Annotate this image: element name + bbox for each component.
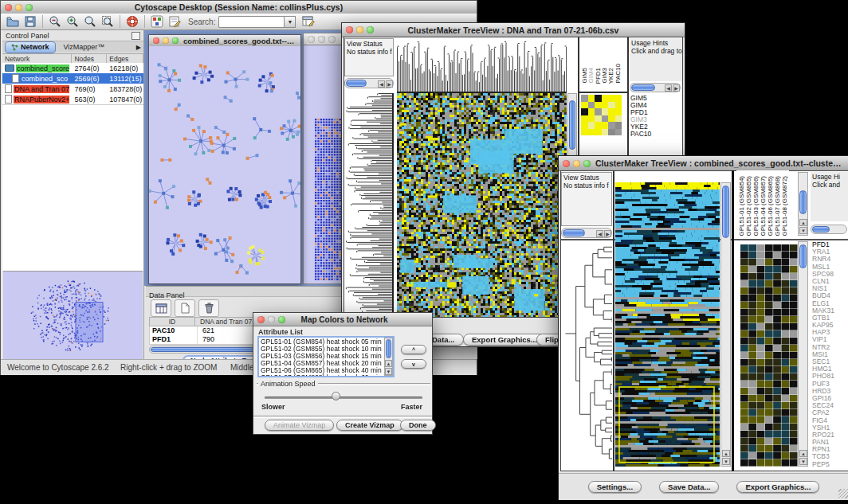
dense-network-view[interactable] <box>313 117 344 283</box>
matrix-cell <box>588 108 595 115</box>
network-list-empty-area <box>2 104 143 271</box>
matrix-cell <box>608 129 615 136</box>
gene-name[interactable]: MON2 <box>812 468 848 469</box>
map-colors-titlebar[interactable]: Map Colors to Network <box>253 313 432 326</box>
save-session-button[interactable] <box>22 14 39 29</box>
animation-slider-thumb[interactable] <box>332 392 340 400</box>
close-button[interactable] <box>346 26 353 33</box>
table-edit-icon[interactable] <box>300 14 317 29</box>
matrix-cell <box>581 102 588 109</box>
treeview-combined-window: ClusterMaker TreeView : combined_scores_… <box>558 155 848 500</box>
matrix-cell <box>595 129 602 136</box>
heatmap-vscrollbar[interactable]: ▲ ▼ <box>720 182 731 467</box>
treeview-action-button[interactable]: Export Graphics... <box>736 481 819 493</box>
zoom-button[interactable] <box>26 4 33 11</box>
resize-grip[interactable] <box>838 489 848 498</box>
treeview-action-button[interactable]: Settings... <box>588 481 642 493</box>
gene-list-scrollbar[interactable]: ▲ ▼ <box>798 241 808 467</box>
birdseye-view[interactable] <box>3 271 143 359</box>
minimize-button[interactable] <box>15 4 22 11</box>
vizmapper-icon[interactable] <box>148 14 166 29</box>
usage-hints-scrollbar[interactable]: ◀ ▶ <box>630 83 681 92</box>
move-up-button[interactable]: ^ <box>401 345 426 354</box>
treeview-dna-titlebar[interactable]: ClusterMaker TreeView : DNA and Tran 07-… <box>342 23 685 37</box>
close-button[interactable] <box>308 36 315 43</box>
minimize-button[interactable] <box>163 37 169 44</box>
attribute-select-icon[interactable] <box>151 299 171 317</box>
minimize-button[interactable] <box>268 316 275 323</box>
new-attribute-icon[interactable] <box>175 299 195 317</box>
attribute-item[interactable]: GPL51-07 (GSM868) heat shock 60 min <box>259 374 393 377</box>
row-dendrogram[interactable] <box>344 93 394 317</box>
network-row-dna-tran[interactable]: DNA and Tran 07 769(0) 183728(0) <box>2 84 143 94</box>
treeview-action-button[interactable]: Save Data... <box>659 481 719 493</box>
matrix-cell <box>615 108 622 115</box>
network-view-titlebar[interactable]: combined_scores_good.txt--cluste... <box>149 35 300 47</box>
treeview-dna-title: ClusterMaker TreeView : DNA and Tran 07-… <box>374 25 653 35</box>
heatmap-main[interactable] <box>397 93 567 317</box>
column-dendrogram[interactable] <box>397 38 567 93</box>
help-lifering-icon[interactable] <box>124 14 141 29</box>
zoom-button[interactable] <box>328 36 336 43</box>
tab-vizmapper[interactable]: VizMapper™ <box>56 43 113 51</box>
zoom-fit-icon[interactable] <box>99 14 116 29</box>
condition-column-label: GPL51-02 (GSM855) <box>745 176 752 236</box>
status-zoom-hint: Right-click + drag to ZOOM <box>120 360 217 376</box>
tab-network[interactable]: Network <box>5 41 56 53</box>
view-status-scrollbar[interactable]: ◀ ▶ <box>561 228 612 238</box>
create-vizmap-button[interactable]: Create Vizmap <box>336 420 403 431</box>
tab-overflow-arrow[interactable]: ▶ <box>136 44 141 51</box>
network-canvas[interactable] <box>149 46 300 283</box>
zoom-selected-icon[interactable] <box>81 14 99 29</box>
network-view-window[interactable]: combined_scores_good.txt--cluste... <box>148 34 301 284</box>
treeview-combined-titlebar[interactable]: ClusterMaker TreeView : combined_scores_… <box>559 156 848 171</box>
move-down-button[interactable]: v <box>401 359 426 369</box>
annotation-icon[interactable] <box>166 14 183 29</box>
zoom-in-icon[interactable] <box>64 14 81 29</box>
search-dropdown-button[interactable]: ▼ <box>284 16 296 28</box>
view-status-scrollbar[interactable]: ◀ ▶ <box>344 78 394 88</box>
close-button[interactable] <box>563 160 570 167</box>
zoom-button[interactable] <box>172 37 179 44</box>
animate-vizmap-button[interactable]: Animate Vizmap <box>265 420 334 431</box>
toolbar-separator <box>144 15 145 28</box>
network-row-combined-sco-selected[interactable]: combined_sco 2569(6) 13112(15) <box>2 73 143 84</box>
id-column-header[interactable]: ID <box>150 318 195 326</box>
zoom-button[interactable] <box>367 26 374 33</box>
heatmap-zoomed[interactable] <box>740 244 798 467</box>
close-button[interactable] <box>5 4 12 11</box>
zoom-button[interactable] <box>278 316 285 323</box>
similarity-matrix[interactable] <box>581 95 622 135</box>
float-panel-icon[interactable] <box>132 32 140 40</box>
heatmap-main[interactable] <box>615 182 720 467</box>
network-row-combined-scores[interactable]: combined_scores 2764(0) 16218(0) <box>2 63 143 73</box>
delete-attribute-icon[interactable] <box>198 299 219 317</box>
network-row-rnapuber[interactable]: RNAPuberNov2+ 563(0) 107847(0) <box>2 94 143 104</box>
close-button[interactable] <box>257 316 265 323</box>
attribute-list-scrollbar[interactable]: ▲ ▼ <box>384 338 393 376</box>
network-view-title: combined_scores_good.txt--cluste... <box>179 37 300 45</box>
close-button[interactable] <box>153 37 159 44</box>
matrix-cell <box>608 95 615 102</box>
done-button[interactable]: Done <box>400 420 436 431</box>
animation-slider-track[interactable] <box>265 397 422 399</box>
cytoscape-titlebar[interactable]: Cytoscape Desktop (Session Name: collins… <box>1 1 477 14</box>
minimize-button[interactable] <box>356 26 363 33</box>
zoom-button[interactable] <box>583 160 591 167</box>
control-panel-title: Control Panel <box>6 32 49 40</box>
gene-name-list[interactable]: PFD1YRA1RNR4MSL1SPC98CLN1NIS1BUD4ELG1MAK… <box>811 241 848 469</box>
condition-column-label: GPL51-06 (GSM865) <box>767 176 774 236</box>
condition-scrollbar[interactable]: ▲ ▼ <box>798 172 808 236</box>
open-session-button[interactable] <box>4 14 22 29</box>
condition-column-label: GPL51-07 (GSM868) <box>774 176 781 236</box>
attribute-list[interactable]: GPL51-01 (GSM854) heat shock 05 minGPL51… <box>257 336 395 377</box>
search-input[interactable] <box>218 16 284 28</box>
zoom-out-icon[interactable] <box>46 14 64 29</box>
minimize-button[interactable] <box>573 160 580 167</box>
export-graphics-button[interactable]: Export Graphics... <box>463 334 546 346</box>
row-dendrogram[interactable] <box>561 241 612 467</box>
usage-hints-scrollbar[interactable] <box>811 225 847 234</box>
matrix-cell <box>615 115 622 123</box>
minimize-button[interactable] <box>318 36 325 43</box>
search-label: Search: <box>188 18 215 26</box>
